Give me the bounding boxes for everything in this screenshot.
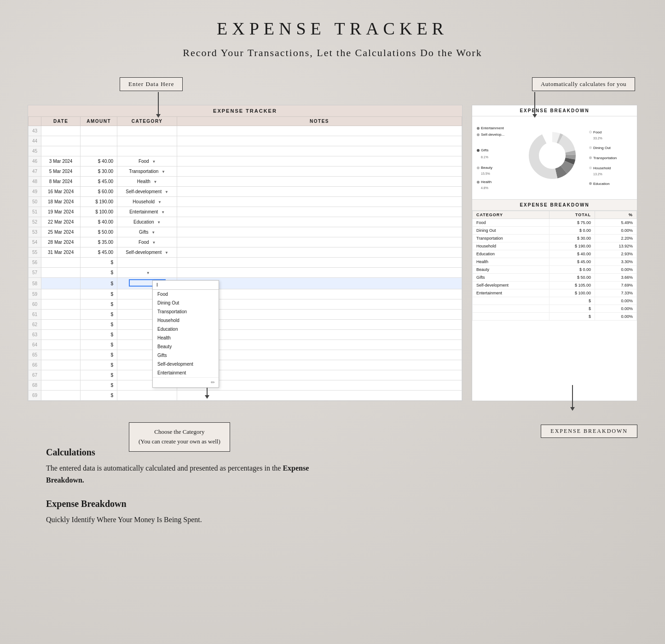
cell-notes[interactable] (177, 380, 462, 391)
dropdown-item-beauty[interactable]: Beauty (153, 342, 219, 351)
dropdown-item-gifts[interactable]: Gifts (153, 351, 219, 360)
cell-amount[interactable]: $ (81, 380, 117, 391)
cell-category[interactable]: Education ▼ (117, 217, 177, 227)
cell-amount[interactable]: $ 190.00 (81, 197, 117, 207)
cell-amount[interactable]: $ (81, 289, 117, 299)
cell-category[interactable]: Gifts ▼ (117, 227, 177, 237)
cell-amount[interactable]: $ 45.00 (81, 177, 117, 187)
cell-category[interactable]: Self-development ▼ (117, 187, 177, 197)
cell-amount[interactable]: $ (81, 350, 117, 360)
dropdown-item-dining[interactable]: Dining Out (153, 299, 219, 307)
cell-date[interactable] (41, 360, 81, 370)
cell-category[interactable]: Health ▼ (117, 177, 177, 187)
dropdown-item-transportation[interactable]: Transportation (153, 307, 219, 316)
cell-notes[interactable] (177, 320, 462, 330)
cell-date[interactable] (41, 391, 81, 401)
cell-date[interactable] (41, 320, 81, 330)
cell-category[interactable]: Food ▼ (117, 237, 177, 247)
cell-amount[interactable]: $ (81, 340, 117, 350)
cell-notes[interactable] (177, 207, 462, 217)
cell-amount[interactable] (81, 136, 117, 146)
cell-category[interactable]: Self-development ▼ (117, 247, 177, 258)
cell-amount[interactable]: $ 100.00 (81, 207, 117, 217)
cell-date[interactable]: 25 Mar 2024 (41, 227, 81, 237)
cell-amount[interactable]: $ 45.00 (81, 247, 117, 258)
cell-amount[interactable]: $ (81, 299, 117, 310)
cell-date[interactable] (41, 370, 81, 380)
cell-date[interactable] (41, 330, 81, 340)
cell-date[interactable] (41, 299, 81, 310)
cell-category[interactable]: Entertainment ▼ (117, 207, 177, 217)
cell-notes[interactable] (177, 136, 462, 146)
cell-category[interactable]: Household ▼ (117, 197, 177, 207)
cell-amount[interactable]: $ (81, 310, 117, 320)
cell-notes[interactable] (177, 340, 462, 350)
cell-category[interactable] (117, 146, 177, 156)
cell-date[interactable]: 28 Mar 2024 (41, 237, 81, 247)
cell-amount[interactable] (81, 126, 117, 136)
cell-amount[interactable]: $ 30.00 (81, 167, 117, 177)
cell-date[interactable] (41, 289, 81, 299)
cell-date[interactable] (41, 258, 81, 268)
dropdown-item-education[interactable]: Education (153, 325, 219, 334)
cell-notes[interactable] (177, 278, 462, 289)
cell-amount[interactable]: $ 50.00 (81, 227, 117, 237)
cell-notes[interactable] (177, 289, 462, 299)
cell-date[interactable] (41, 146, 81, 156)
cell-date[interactable] (41, 380, 81, 391)
cell-amount[interactable]: $ (81, 258, 117, 268)
cell-category[interactable] (117, 136, 177, 146)
cell-date[interactable] (41, 350, 81, 360)
cell-notes[interactable] (177, 370, 462, 380)
dropdown-search-input[interactable] (153, 281, 219, 290)
cell-notes[interactable] (177, 330, 462, 340)
cell-date[interactable]: 19 Mar 2024 (41, 207, 81, 217)
cell-amount[interactable]: $ (81, 370, 117, 380)
cell-notes[interactable] (177, 237, 462, 247)
cell-date[interactable] (41, 340, 81, 350)
cell-category[interactable] (117, 391, 177, 401)
cell-amount[interactable]: $ (81, 391, 117, 401)
cell-amount[interactable]: $ (81, 360, 117, 370)
cell-amount[interactable]: $ (81, 320, 117, 330)
cell-notes[interactable] (177, 360, 462, 370)
dropdown-item-health[interactable]: Health (153, 334, 219, 342)
cell-notes[interactable] (177, 310, 462, 320)
cell-notes[interactable] (177, 350, 462, 360)
cell-notes[interactable] (177, 167, 462, 177)
dropdown-item-entertainment[interactable]: Entertainment (153, 368, 219, 377)
cell-notes[interactable] (177, 227, 462, 237)
cell-amount[interactable]: $ 35.00 (81, 237, 117, 247)
cell-amount[interactable]: $ 40.00 (81, 156, 117, 167)
cell-date[interactable]: 31 Mar 2024 (41, 247, 81, 258)
cell-notes[interactable] (177, 217, 462, 227)
cell-date[interactable]: 18 Mar 2024 (41, 197, 81, 207)
cell-category[interactable] (117, 126, 177, 136)
dropdown-item-self-dev[interactable]: Self-development (153, 360, 219, 368)
dropdown-edit-icon[interactable]: ✏ (153, 377, 219, 387)
cell-notes[interactable] (177, 258, 462, 268)
cell-notes[interactable] (177, 268, 462, 278)
cell-date[interactable]: 5 Mar 2024 (41, 167, 81, 177)
dropdown-item-household[interactable]: Household (153, 316, 219, 325)
cell-date[interactable] (41, 268, 81, 278)
category-dropdown[interactable]: Food Dining Out Transportation Household… (152, 280, 219, 388)
cell-amount[interactable]: $ (81, 278, 117, 289)
cell-notes[interactable] (177, 146, 462, 156)
cell-date[interactable] (41, 126, 81, 136)
cell-notes[interactable] (177, 187, 462, 197)
cell-notes[interactable] (177, 391, 462, 401)
cell-notes[interactable] (177, 247, 462, 258)
cell-date[interactable] (41, 136, 81, 146)
cell-notes[interactable] (177, 156, 462, 167)
cell-date[interactable] (41, 278, 81, 289)
cell-notes[interactable] (177, 299, 462, 310)
cell-category[interactable]: Transportation ▼ (117, 167, 177, 177)
cell-category[interactable]: ▼ (117, 268, 177, 278)
cell-amount[interactable]: $ (81, 330, 117, 340)
dropdown-item-food[interactable]: Food (153, 290, 219, 299)
cell-notes[interactable] (177, 126, 462, 136)
cell-amount[interactable]: $ (81, 268, 117, 278)
cell-date[interactable] (41, 310, 81, 320)
cell-amount[interactable] (81, 146, 117, 156)
